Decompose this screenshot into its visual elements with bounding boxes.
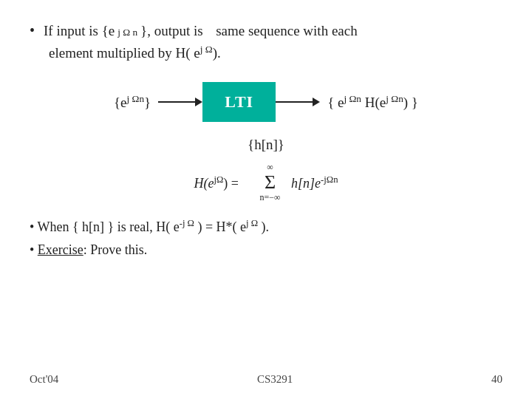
output-sup2: j Ωn (386, 93, 403, 104)
summation: ∞ Σ n=−∞ (260, 162, 281, 203)
input-sup: j Ωn (127, 93, 145, 104)
when-sup2: j Ω (246, 218, 258, 228)
sup2: j Ω (200, 44, 213, 55)
sum-sigma: Σ (265, 173, 276, 192)
input-open: {e (114, 95, 127, 110)
input-end: } (144, 95, 151, 110)
footer-center: CS3291 (257, 373, 293, 386)
line1: • If input is {ej Ω n }, output is same … (30, 22, 502, 39)
bullet1: • (30, 22, 35, 39)
line2-end: ). (213, 45, 221, 61)
output-sup1: j Ωn (344, 93, 361, 104)
sup1: j Ω n (117, 27, 137, 38)
text-if-input: If input is {e (44, 23, 115, 39)
diagram-row: {ej Ωn} LTI { ej Ωn H(ej Ωn) } (30, 82, 502, 122)
diagram-output: { ej Ωn H(ej Ωn) } (327, 93, 418, 111)
text2: }, output is (140, 23, 203, 39)
arrow-shaft-out (276, 101, 313, 103)
arrow-in (158, 98, 202, 106)
formula-equals (246, 175, 250, 191)
footer: Oct'04 CS3291 40 (0, 373, 532, 386)
output-open: { e (327, 95, 344, 110)
arrow-head-in (195, 98, 202, 106)
formula-lhs-paren: ) = (223, 176, 239, 191)
when-end: ). (258, 219, 269, 234)
diagram-input: {ej Ωn} (114, 93, 151, 111)
main-page: • If input is {ej Ω n }, output is same … (0, 0, 532, 399)
formula-h: H(e (194, 176, 214, 191)
exercise-bullet: • (30, 242, 34, 257)
hn-label: {h[n]} (30, 137, 502, 153)
when-text: When { h[n] } is real, H( e (38, 219, 180, 234)
formula-lhs: H(ejΩ) = (194, 174, 239, 191)
formula-block: H(ejΩ) = ∞ Σ n=−∞ h[n]e-jΩn (30, 162, 502, 203)
formula-lhs-sup: jΩ (214, 174, 224, 185)
exercise-text: : Prove this. (83, 242, 148, 257)
line2: element multiplied by H( ej Ω). (49, 44, 502, 61)
formula-rhs: h[n]e-jΩn (288, 174, 338, 191)
output-end: ) } (403, 95, 418, 110)
arrow-out (276, 98, 320, 106)
when-bullet: • (30, 219, 34, 234)
when-mid: ) = H*( e (194, 219, 246, 234)
exercise-line: • Exercise: Prove this. (30, 242, 502, 258)
line2-text: element multiplied by H( e (49, 45, 200, 61)
footer-right: 40 (491, 373, 502, 386)
exercise-label: Exercise (38, 242, 83, 257)
arrow-shaft-in (158, 101, 195, 103)
formula-rhs-sup: -jΩn (321, 174, 338, 185)
arrow-head-out (313, 98, 320, 106)
lti-box: LTI (202, 82, 276, 122)
when-line: • When { h[n] } is real, H( e-j Ω ) = H*… (30, 218, 502, 235)
output-mid: H(e (361, 95, 386, 110)
when-sup1: -j Ω (180, 218, 194, 228)
footer-left: Oct'04 (30, 373, 58, 386)
sum-bottom: n=−∞ (260, 192, 281, 203)
formula-hn: h[n]e (291, 176, 321, 191)
text3: same sequence with each (216, 23, 358, 39)
